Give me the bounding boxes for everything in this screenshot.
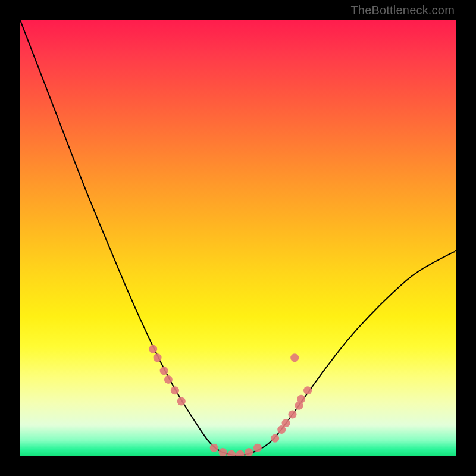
data-marker — [253, 444, 262, 452]
marker-group — [149, 345, 312, 456]
plot-area — [20, 20, 456, 456]
data-marker — [271, 434, 279, 443]
data-marker — [303, 386, 312, 394]
chart-svg — [20, 20, 456, 456]
data-marker — [164, 375, 173, 384]
data-marker — [171, 386, 179, 394]
data-marker — [290, 353, 299, 362]
curve-path — [20, 20, 456, 455]
data-marker — [210, 444, 218, 452]
data-marker — [297, 395, 305, 403]
data-marker — [218, 448, 227, 456]
data-marker — [289, 411, 297, 419]
data-marker — [149, 345, 157, 353]
data-marker — [236, 450, 245, 456]
chart-frame: TheBottleneck.com — [0, 0, 476, 476]
data-marker — [245, 448, 253, 456]
watermark-text: TheBottleneck.com — [350, 4, 455, 17]
data-marker — [282, 419, 290, 427]
data-marker — [227, 450, 236, 456]
data-marker — [160, 367, 168, 375]
data-marker — [177, 397, 186, 406]
data-marker — [154, 353, 162, 362]
